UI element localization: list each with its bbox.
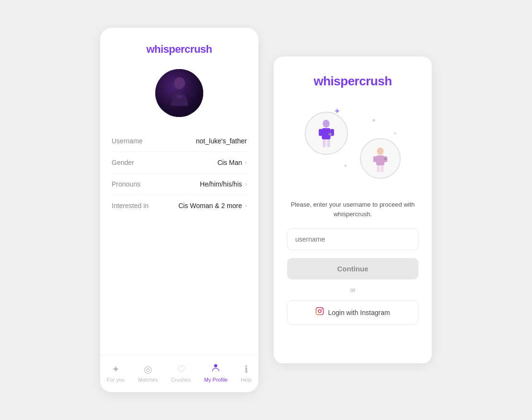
gender-value: Cis Man ›: [218, 159, 247, 166]
pronouns-value: He/him/his/his ›: [200, 180, 247, 188]
sidebar-item-crushes[interactable]: ♡ Crushes: [167, 362, 195, 385]
pronouns-label: Pronouns: [112, 180, 140, 188]
help-icon: ℹ: [244, 363, 248, 375]
svg-point-19: [318, 310, 321, 313]
svg-rect-17: [381, 165, 383, 172]
table-row[interactable]: Gender Cis Man ›: [112, 152, 247, 174]
svg-rect-9: [323, 140, 325, 147]
svg-rect-13: [373, 156, 377, 162]
svg-rect-15: [384, 158, 386, 160]
interested-label: Interested in: [112, 202, 149, 210]
nav-label-matches: Matches: [138, 377, 158, 383]
svg-rect-6: [319, 129, 322, 136]
svg-point-3: [214, 364, 218, 368]
nav-label-help: Help: [241, 377, 252, 383]
matches-icon: ◎: [144, 363, 152, 375]
svg-rect-10: [327, 140, 330, 147]
sidebar-item-help[interactable]: ℹ Help: [237, 362, 255, 385]
illustration: ✦ ✦ ✦ ✦: [300, 102, 405, 188]
chevron-right-icon: ›: [245, 181, 247, 187]
sparkle-icon: ✦: [393, 131, 397, 136]
interested-value: Cis Woman & 2 more ›: [178, 202, 247, 210]
profile-fields: Username not_luke's_father Gender Cis Ma…: [112, 130, 247, 216]
login-app-logo: whispercrush: [313, 74, 392, 89]
svg-rect-18: [316, 308, 324, 315]
sparkle-icon: ✦: [343, 163, 348, 169]
instagram-icon: [315, 307, 324, 318]
sidebar-item-matches[interactable]: ◎ Matches: [134, 362, 162, 385]
profile-app-logo: whispercrush: [146, 43, 212, 56]
profile-icon: [211, 363, 220, 375]
table-row[interactable]: Pronouns He/him/his/his ›: [112, 174, 247, 195]
illustration-circle-left: [305, 112, 348, 155]
sidebar-item-my-profile[interactable]: My Profile: [200, 361, 231, 385]
username-value: not_luke's_father: [196, 137, 247, 145]
sidebar-item-for-you[interactable]: ✦ For you: [103, 362, 128, 385]
svg-rect-8: [328, 133, 332, 135]
continue-button[interactable]: Continue: [287, 258, 418, 280]
chevron-right-icon: ›: [245, 202, 247, 209]
table-row[interactable]: Interested in Cis Woman & 2 more ›: [112, 195, 247, 216]
svg-point-4: [323, 120, 330, 128]
bottom-nav: ✦ For you ◎ Matches ♡ Crushes My Profile…: [100, 355, 258, 392]
username-input[interactable]: [287, 228, 418, 250]
instagram-button-label: Login with Instagram: [328, 309, 390, 316]
nav-label-for-you: For you: [107, 377, 125, 383]
svg-rect-16: [377, 165, 380, 172]
sparkle-icon: ✦: [112, 363, 120, 375]
login-description: Please, enter your username to proceed w…: [287, 200, 418, 219]
instagram-login-button[interactable]: Login with Instagram: [287, 300, 418, 325]
chevron-right-icon: ›: [245, 159, 247, 166]
avatar: [155, 69, 203, 117]
nav-label-my-profile: My Profile: [204, 377, 228, 383]
illustration-circle-right: [360, 138, 401, 179]
nav-label-crushes: Crushes: [171, 377, 191, 383]
svg-rect-12: [376, 155, 384, 165]
svg-point-11: [377, 148, 384, 155]
login-card: whispercrush ✦ ✦ ✦ ✦: [274, 57, 432, 363]
profile-card: whispercrush Username not_luke's_father …: [100, 28, 258, 392]
username-label: Username: [112, 137, 143, 145]
heart-icon: ♡: [177, 363, 185, 375]
sparkle-icon: ✦: [371, 117, 377, 124]
svg-point-20: [322, 309, 323, 310]
svg-point-0: [173, 77, 185, 89]
or-divider: or: [350, 286, 356, 293]
gender-label: Gender: [112, 159, 134, 166]
table-row: Username not_luke's_father: [112, 130, 247, 152]
